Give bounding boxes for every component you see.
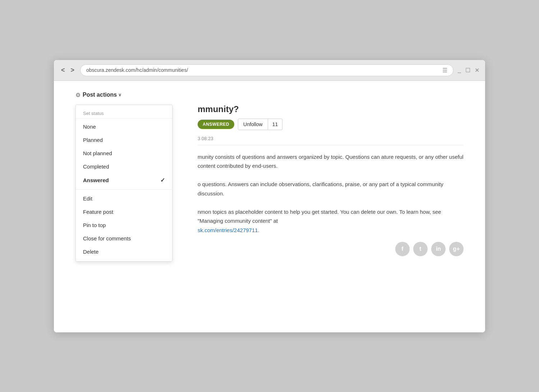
- post-body-3: nmon topics as placeholder content to he…: [198, 207, 464, 235]
- post-area: mmunity? ANSWERED Unfollow 11 3 08:23 mu…: [190, 104, 464, 257]
- post-meta-row: ANSWERED Unfollow 11: [198, 119, 464, 130]
- post-actions-bar: ⚙ Post actions ∨ Set status None Planned…: [75, 92, 464, 98]
- browser-nav: < >: [60, 66, 76, 75]
- action-close-for-comments[interactable]: Close for comments: [76, 232, 172, 245]
- action-delete-label: Delete: [83, 249, 98, 255]
- action-pin-to-top-label: Pin to top: [83, 222, 106, 228]
- forward-button[interactable]: >: [69, 66, 76, 75]
- window-controls: _ ☐ ✕: [458, 67, 479, 74]
- page-content: ⚙ Post actions ∨ Set status None Planned…: [54, 81, 485, 332]
- social-icons: f t in g+: [198, 242, 464, 256]
- gear-icon: ⚙: [75, 92, 80, 98]
- post-body: munity consists of questions and answers…: [198, 152, 464, 235]
- post-actions-label: Post actions: [83, 92, 117, 98]
- dropdown-divider: [76, 189, 172, 190]
- back-button[interactable]: <: [60, 66, 66, 75]
- browser-chrome: < > obscura.zendesk.com/hc/admin/communi…: [54, 60, 485, 81]
- post-actions-dropdown: Set status None Planned Not planned Comp…: [75, 105, 172, 262]
- post-timestamp: 3 08:23: [198, 136, 464, 141]
- action-delete[interactable]: Delete: [76, 245, 172, 258]
- answered-badge: ANSWERED: [198, 120, 234, 129]
- separator-line: [198, 145, 464, 145]
- close-button[interactable]: ✕: [475, 67, 479, 74]
- linkedin-share-button[interactable]: in: [431, 242, 446, 256]
- status-not-planned-label: Not planned: [83, 150, 112, 156]
- action-feature-post-label: Feature post: [83, 209, 113, 215]
- action-edit[interactable]: Edit: [76, 192, 172, 205]
- minimize-button[interactable]: _: [458, 67, 461, 73]
- post-body-2: o questions. Answers can include observa…: [198, 180, 464, 198]
- chevron-down-icon: ∨: [118, 92, 121, 97]
- follow-count: 11: [268, 119, 283, 130]
- status-planned-label: Planned: [83, 137, 103, 143]
- maximize-button[interactable]: ☐: [465, 67, 470, 74]
- unfollow-button[interactable]: Unfollow: [238, 119, 268, 130]
- post-link[interactable]: sk.com/entries/24279711.: [198, 227, 259, 233]
- action-close-for-comments-label: Close for comments: [83, 235, 131, 241]
- googleplus-share-button[interactable]: g+: [449, 242, 464, 256]
- post-body-3-text: nmon topics as placeholder content to he…: [198, 209, 441, 224]
- hamburger-icon: ☰: [442, 67, 447, 74]
- status-answered[interactable]: Answered ✓: [76, 173, 172, 187]
- status-completed-label: Completed: [83, 163, 109, 170]
- address-bar[interactable]: obscura.zendesk.com/hc/admin/communities…: [80, 64, 453, 76]
- facebook-share-button[interactable]: f: [395, 242, 410, 256]
- status-none-label: None: [83, 124, 96, 130]
- browser-window: < > obscura.zendesk.com/hc/admin/communi…: [54, 60, 485, 332]
- status-completed[interactable]: Completed: [76, 160, 172, 173]
- action-pin-to-top[interactable]: Pin to top: [76, 218, 172, 232]
- post-body-1: munity consists of questions and answers…: [198, 152, 464, 171]
- status-none[interactable]: None: [76, 120, 172, 133]
- status-planned[interactable]: Planned: [76, 133, 172, 147]
- answered-checkmark: ✓: [160, 177, 165, 184]
- post-actions-button[interactable]: Post actions ∨: [83, 92, 121, 98]
- status-answered-label: Answered: [83, 177, 109, 183]
- twitter-share-button[interactable]: t: [413, 242, 428, 256]
- follow-group: Unfollow 11: [238, 119, 282, 130]
- action-edit-label: Edit: [83, 195, 92, 202]
- post-title: mmunity?: [198, 104, 464, 114]
- set-status-label: Set status: [76, 108, 172, 119]
- status-not-planned[interactable]: Not planned: [76, 147, 172, 160]
- url-text: obscura.zendesk.com/hc/admin/communities…: [86, 67, 188, 73]
- action-feature-post[interactable]: Feature post: [76, 205, 172, 218]
